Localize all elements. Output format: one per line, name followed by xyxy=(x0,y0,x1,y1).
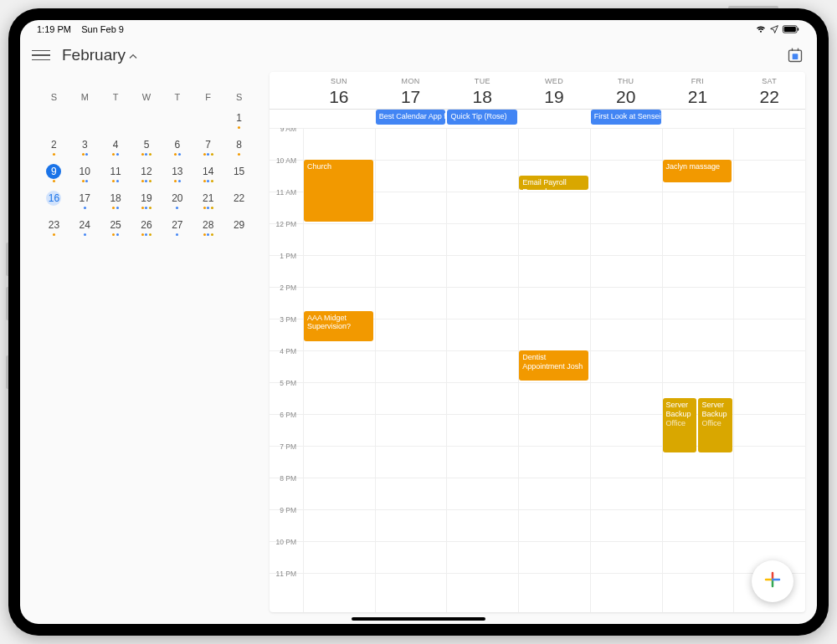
mini-day-cell xyxy=(69,109,100,135)
hour-label: 7 PM xyxy=(270,442,300,451)
menu-icon[interactable] xyxy=(32,46,50,64)
mini-day-cell[interactable]: 16 xyxy=(39,189,69,216)
day-header[interactable]: WED19 xyxy=(518,72,590,109)
calendar-event[interactable]: AAA Midget Supervision? xyxy=(304,311,373,341)
calendar-event[interactable]: Church xyxy=(304,160,373,222)
event-dots xyxy=(112,180,119,183)
mini-day-cell xyxy=(100,109,131,135)
mini-day-number xyxy=(201,110,216,125)
mini-day-cell[interactable]: 8 xyxy=(223,135,254,162)
day-column[interactable] xyxy=(662,128,734,612)
calendar-event[interactable]: Email Payroll Record… xyxy=(519,176,588,190)
day-header[interactable]: SUN16 xyxy=(303,72,375,109)
day-of-week-label: SUN xyxy=(303,77,375,85)
hour-label: 9 PM xyxy=(270,506,300,514)
mini-day-cell[interactable]: 5 xyxy=(131,135,162,162)
hour-label: 6 PM xyxy=(270,411,300,419)
event-subtitle: Office xyxy=(666,419,694,428)
mini-day-cell[interactable]: 15 xyxy=(223,162,254,189)
mini-day-cell[interactable]: 4 xyxy=(100,135,131,162)
mini-day-cell[interactable]: 9 xyxy=(39,162,69,189)
mini-day-cell[interactable]: 24 xyxy=(69,216,100,243)
mini-day-cell[interactable]: 3 xyxy=(69,135,100,162)
mini-day-cell[interactable]: 13 xyxy=(162,162,193,189)
today-icon[interactable] xyxy=(785,45,805,65)
month-selector[interactable]: February xyxy=(62,46,137,64)
day-column[interactable] xyxy=(590,128,662,612)
mini-day-number: 23 xyxy=(46,217,61,233)
allday-event[interactable]: Quick Tip (Rose) xyxy=(447,110,517,125)
volume-down-button xyxy=(6,287,8,320)
day-header[interactable]: THU20 xyxy=(590,72,662,109)
home-indicator[interactable] xyxy=(352,617,485,621)
day-column[interactable] xyxy=(733,128,805,612)
mini-day-cell[interactable]: 12 xyxy=(131,162,162,189)
mini-dow-label: M xyxy=(69,85,100,109)
wifi-icon xyxy=(755,25,767,33)
svg-rect-6 xyxy=(793,54,798,59)
mini-day-number: 11 xyxy=(108,164,123,179)
status-date: Sun Feb 9 xyxy=(81,24,124,34)
event-dots xyxy=(174,180,181,183)
day-header[interactable]: TUE18 xyxy=(446,72,518,109)
mini-day-cell[interactable]: 10 xyxy=(69,162,100,189)
svg-rect-4 xyxy=(792,49,793,51)
mini-day-number: 14 xyxy=(201,164,216,179)
hour-label: 11 AM xyxy=(270,188,300,197)
mini-day-cell[interactable]: 20 xyxy=(162,189,193,216)
add-event-fab[interactable] xyxy=(752,560,793,602)
calendar-event[interactable]: Dentist Appointment Josh xyxy=(519,350,588,381)
mini-day-cell[interactable]: 11 xyxy=(100,162,131,189)
day-column[interactable] xyxy=(446,128,518,612)
mini-day-cell[interactable]: 26 xyxy=(131,216,162,243)
svg-rect-1 xyxy=(784,27,796,32)
mini-day-number: 10 xyxy=(77,164,92,179)
event-title: AAA Midget Supervision? xyxy=(307,314,370,332)
event-dots xyxy=(84,233,86,237)
calendar-event[interactable]: Server BackupOffice xyxy=(698,398,732,452)
mini-day-cell[interactable]: 2 xyxy=(39,135,69,162)
mini-day-cell[interactable]: 7 xyxy=(193,135,223,162)
mini-day-cell[interactable]: 6 xyxy=(162,135,193,162)
mini-dow-label: S xyxy=(223,85,254,109)
mini-day-cell[interactable]: 14 xyxy=(193,162,223,189)
mini-day-cell[interactable]: 17 xyxy=(69,189,100,216)
svg-rect-5 xyxy=(798,49,798,51)
event-dots xyxy=(82,180,89,183)
day-header[interactable]: FRI21 xyxy=(662,72,734,109)
hour-label: 8 PM xyxy=(270,474,300,483)
mini-day-cell[interactable]: 23 xyxy=(39,216,69,243)
day-of-week-label: TUE xyxy=(446,77,518,85)
event-subtitle: Office xyxy=(701,419,729,428)
mini-day-number xyxy=(170,110,185,125)
event-dots xyxy=(174,153,181,156)
mini-day-cell[interactable]: 1 xyxy=(223,109,254,135)
event-dots xyxy=(53,180,55,183)
mini-day-cell[interactable]: 28 xyxy=(193,216,223,243)
mini-day-cell[interactable]: 21 xyxy=(193,189,223,216)
mini-day-cell[interactable]: 18 xyxy=(100,189,131,216)
mini-day-number xyxy=(139,110,154,125)
mini-day-cell xyxy=(131,109,162,135)
hour-label: 3 PM xyxy=(270,315,300,324)
mini-day-cell[interactable]: 29 xyxy=(223,216,254,243)
event-title: Church xyxy=(307,162,370,171)
mini-day-number: 2 xyxy=(46,137,61,152)
day-header[interactable]: SAT22 xyxy=(733,72,805,109)
status-time: 1:19 PM xyxy=(37,24,71,34)
mini-day-cell[interactable]: 27 xyxy=(162,216,193,243)
mini-day-cell[interactable]: 22 xyxy=(223,189,254,216)
day-column[interactable] xyxy=(375,128,447,612)
day-header[interactable]: MON17 xyxy=(375,72,447,109)
allday-event[interactable]: First Look at Sensei (… xyxy=(591,110,661,125)
mini-day-cell[interactable]: 19 xyxy=(131,189,162,216)
status-bar: 1:19 PM Sun Feb 9 xyxy=(20,20,817,38)
allday-event[interactable]: Best Calendar App for… xyxy=(376,110,446,125)
calendar-event[interactable]: Jaclyn massage xyxy=(663,160,732,182)
allday-cell: Best Calendar App for… xyxy=(375,110,447,128)
event-dots xyxy=(53,233,55,237)
calendar-event[interactable]: Server BackupOffice xyxy=(663,398,697,452)
month-label: February xyxy=(62,46,126,64)
mini-dow-label: W xyxy=(131,85,162,109)
mini-day-cell[interactable]: 25 xyxy=(100,216,131,243)
